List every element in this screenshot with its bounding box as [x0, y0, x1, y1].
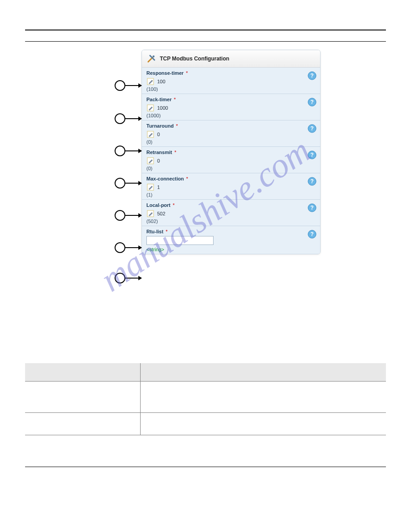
field-default: (1) [146, 192, 316, 197]
edit-icon[interactable] [146, 77, 154, 86]
arrow-3 [125, 150, 141, 151]
callout-7 [115, 273, 125, 283]
field-default: (0) [146, 139, 316, 145]
top-divider [25, 30, 386, 30]
field-label: Retransmit * [146, 150, 316, 155]
edit-icon[interactable] [146, 157, 154, 165]
edit-icon[interactable] [146, 183, 154, 191]
callout-3 [115, 146, 125, 156]
callout-2 [115, 113, 125, 124]
field-default: (502) [146, 219, 316, 224]
tools-icon [146, 54, 156, 64]
svg-text:?: ? [310, 99, 313, 105]
help-icon[interactable]: ? [308, 230, 317, 239]
rtu-list-input[interactable] [146, 236, 214, 245]
edit-icon[interactable] [146, 210, 154, 218]
help-icon[interactable]: ? [308, 98, 317, 107]
field-label: Pack-timer * [146, 97, 316, 102]
svg-text:?: ? [310, 152, 313, 158]
table-row [25, 412, 386, 435]
field-local-port: Local-port * 502 (502) ? [142, 199, 320, 226]
arrow-1 [125, 85, 141, 86]
field-retransmit: Retransmit * 0 (0) ? [142, 146, 320, 173]
field-turnaround: Turnaround * 0 (0) ? [142, 120, 320, 146]
field-label: Local-port * [146, 202, 316, 208]
table-cell-right [141, 412, 386, 435]
arrow-5 [125, 215, 141, 216]
panel-header: TCP Modbus Configuration [142, 50, 320, 68]
table-header-right [141, 363, 386, 381]
callout-5 [115, 210, 125, 221]
sub-divider [25, 41, 386, 42]
edit-icon[interactable] [146, 104, 154, 112]
callout-6 [115, 242, 125, 253]
field-label: Rtu-list * [146, 229, 316, 234]
field-value: 100 [157, 79, 165, 84]
help-icon[interactable]: ? [308, 150, 317, 159]
help-icon[interactable]: ? [308, 177, 317, 186]
edit-icon[interactable] [146, 130, 154, 138]
field-hint: <string> [146, 247, 316, 252]
field-response-timer: Response-timer * 100 (100) ? [142, 68, 320, 94]
table-cell-left [25, 412, 141, 435]
callout-4 [115, 178, 125, 189]
description-table [25, 363, 386, 435]
arrow-4 [125, 183, 141, 184]
svg-text:?: ? [310, 205, 313, 211]
field-rtu-list: Rtu-list * <string> ? [142, 226, 320, 254]
field-value: 0 [157, 158, 160, 163]
table-cell-right [141, 381, 386, 412]
help-icon[interactable]: ? [308, 71, 317, 80]
arrow-2 [125, 118, 141, 119]
field-value: 502 [157, 211, 165, 216]
table-cell-left [25, 381, 141, 412]
field-value: 0 [157, 132, 160, 137]
svg-text:?: ? [310, 125, 313, 132]
field-label: Max-connection * [146, 176, 316, 181]
panel-zone: TCP Modbus Configuration Response-timer … [25, 50, 386, 327]
field-value: 1000 [157, 105, 168, 111]
field-max-connection: Max-connection * 1 (1) ? [142, 173, 320, 199]
svg-text:?: ? [310, 178, 313, 184]
arrow-6 [125, 247, 141, 248]
svg-text:?: ? [310, 231, 313, 237]
config-panel: TCP Modbus Configuration Response-timer … [141, 50, 321, 254]
table-header-left [25, 363, 141, 381]
field-label: Turnaround * [146, 123, 316, 129]
callout-1 [115, 80, 125, 91]
field-default: (0) [146, 166, 316, 171]
help-icon[interactable]: ? [308, 203, 317, 212]
panel-title: TCP Modbus Configuration [160, 56, 229, 62]
help-icon[interactable]: ? [308, 124, 317, 133]
field-default: (100) [146, 86, 316, 92]
svg-text:?: ? [310, 73, 313, 79]
field-default: (1000) [146, 113, 316, 118]
field-value: 1 [157, 184, 160, 190]
arrow-7 [125, 278, 141, 279]
bottom-divider [25, 467, 386, 467]
svg-point-0 [153, 56, 154, 57]
field-pack-timer: Pack-timer * 1000 (1000) ? [142, 94, 320, 120]
panel-body: Response-timer * 100 (100) ? Pack-timer … [142, 68, 320, 254]
table-row [25, 381, 386, 412]
field-label: Response-timer * [146, 70, 316, 76]
table-header-row [25, 363, 386, 381]
